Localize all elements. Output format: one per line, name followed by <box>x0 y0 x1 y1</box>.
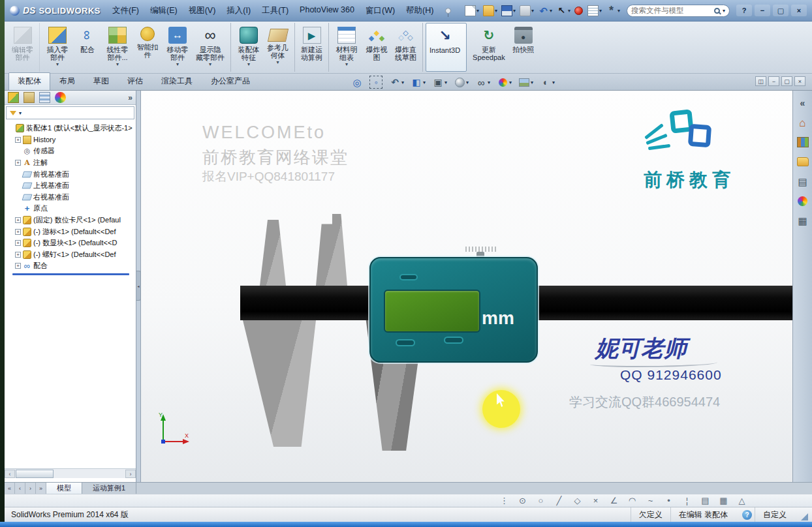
window-button[interactable]: − <box>755 5 770 16</box>
ribbon-button[interactable]: 更新 Speedpak <box>469 23 508 72</box>
sketch-tool-button[interactable]: • <box>664 496 674 505</box>
panel-tab[interactable] <box>23 92 35 103</box>
panel-tab[interactable] <box>55 92 66 103</box>
tree-item[interactable]: + (-) 数显块<1> (Default<<D <box>7 237 136 249</box>
toolbar-button[interactable]: ▾ <box>587 5 602 16</box>
panel-horizontal-scrollbar[interactable]: ‹ › <box>5 468 136 478</box>
tree-expander[interactable] <box>15 194 21 200</box>
document-window-button[interactable]: ▢ <box>781 76 792 86</box>
tree-expander[interactable] <box>15 205 21 211</box>
tree-expander[interactable] <box>15 172 21 177</box>
ribbon-button[interactable]: 编辑零 部件 <box>8 23 40 72</box>
graphics-area[interactable]: WELCOMEto 前桥教育网络课堂 报名VIP+QQ841801177 前桥教… <box>141 91 792 482</box>
view-tool-button[interactable]: ▾ <box>495 75 513 89</box>
task-pane-button[interactable] <box>796 213 810 228</box>
tab-scroll-button[interactable]: » <box>36 483 46 494</box>
ribbon-button[interactable]: 拍快照 <box>508 23 539 72</box>
sketch-tool-button[interactable]: ⊙ <box>518 496 527 505</box>
menu-item[interactable]: 视图(V) <box>183 4 221 18</box>
ribbon-button[interactable]: 智能扣 件 <box>133 23 163 72</box>
ribbon-tab[interactable]: 渲染工具 <box>152 72 202 90</box>
ribbon-button[interactable]: 爆炸视 图 <box>362 23 392 72</box>
tab-scroll-button[interactable]: ‹ <box>15 483 25 494</box>
ribbon-button[interactable]: 插入零 部件 ▾ <box>42 23 72 72</box>
tab-scroll-button[interactable]: › <box>25 483 36 494</box>
toolbar-button[interactable]: ▾ <box>483 5 497 16</box>
view-tool-button[interactable]: ▾ <box>452 75 470 89</box>
ribbon-tab[interactable]: 办公室产品 <box>202 72 259 90</box>
tree-item[interactable]: + (-) 游标<1> (Default<<Def <box>7 226 136 237</box>
view-tool-button[interactable]: ▾ <box>430 75 448 89</box>
tree-item[interactable]: + (-) 螺钉<1> (Default<<Def <box>7 249 136 261</box>
sketch-tool-button[interactable]: ◠ <box>627 496 637 505</box>
panel-tab[interactable] <box>39 92 50 103</box>
tree-expander[interactable]: + <box>15 263 21 269</box>
tree-expander[interactable]: + <box>15 160 21 166</box>
view-tool-button[interactable]: ▾ <box>409 75 427 89</box>
document-tab[interactable]: 运动算例1 <box>82 483 136 494</box>
tree-expander[interactable]: + <box>15 217 21 223</box>
sketch-tool-button[interactable]: ▦ <box>719 496 728 505</box>
tree-filter[interactable]: ▾ <box>6 106 134 119</box>
document-window-button[interactable]: − <box>768 76 779 86</box>
toolbar-button[interactable]: ▾ <box>501 5 516 16</box>
tree-item[interactable]: 上视基准面 <box>7 180 136 192</box>
tab-scroll-button[interactable]: « <box>5 483 15 494</box>
sketch-tool-button[interactable]: △ <box>737 496 747 505</box>
menu-item[interactable]: 帮助(H) <box>401 4 439 18</box>
toolbar-button[interactable] <box>574 7 584 15</box>
panel-overflow-button[interactable]: » <box>128 93 133 102</box>
ribbon-tab[interactable]: 草图 <box>84 72 118 90</box>
resize-grip[interactable] <box>801 513 808 520</box>
help-badge-icon[interactable] <box>742 510 752 520</box>
ribbon-tab[interactable]: 评估 <box>118 72 152 90</box>
view-tool-button[interactable]: ▾ <box>387 75 405 89</box>
tree-item[interactable]: 前视基准面 <box>7 168 136 180</box>
caliper-display-unit[interactable]: mm <box>369 257 538 363</box>
ribbon-button[interactable]: 配合 <box>72 23 102 72</box>
panel-tab[interactable] <box>8 92 19 103</box>
scroll-right-icon[interactable]: › <box>125 470 136 478</box>
window-button[interactable]: ▢ <box>773 5 789 16</box>
task-pane-button[interactable] <box>796 115 810 130</box>
view-tool-button[interactable]: ▾ <box>538 75 556 89</box>
task-pane-button[interactable] <box>796 194 810 208</box>
task-pane-button[interactable] <box>796 174 810 188</box>
tree-item[interactable]: 装配体1 (默认<默认_显示状态-1> <box>7 123 136 134</box>
window-button[interactable]: × <box>791 5 807 16</box>
tree-expander[interactable] <box>15 183 21 188</box>
tree-expander[interactable]: + <box>15 137 21 143</box>
menu-item[interactable]: 插入(I) <box>221 4 256 18</box>
caliper-fixed-jaw-upper[interactable] <box>260 220 286 286</box>
sketch-tool-button[interactable]: ¦ <box>682 496 692 505</box>
tree-expander[interactable] <box>15 148 21 154</box>
menu-item[interactable]: PhotoView 360 <box>294 4 360 18</box>
splitter-grip[interactable]: ◂ <box>136 271 141 301</box>
tree-item[interactable]: 原点 <box>7 203 136 215</box>
view-tool-button[interactable]: ▾ <box>516 75 535 89</box>
sketch-tool-button[interactable]: ~ <box>646 496 655 505</box>
search-icon[interactable] <box>714 8 720 14</box>
ribbon-tab[interactable]: 布局 <box>50 72 84 90</box>
tree-item[interactable]: + 配合 <box>7 260 136 272</box>
tree-item[interactable]: + History <box>7 134 136 146</box>
panel-splitter[interactable]: ◂ <box>136 91 141 482</box>
caliper-moving-jaw-upper[interactable] <box>316 214 347 286</box>
ribbon-button[interactable]: 爆炸直 线草图 <box>392 23 423 72</box>
task-pane-button[interactable] <box>796 135 810 149</box>
caliper-fixed-jaw-lower[interactable] <box>243 320 316 447</box>
ribbon-button[interactable]: 移动零 部件 ▾ <box>163 23 193 72</box>
ribbon-tab[interactable]: 装配体 <box>8 72 50 90</box>
view-tool-button[interactable] <box>349 75 365 89</box>
scroll-left-icon[interactable]: ‹ <box>5 470 15 478</box>
tree-expander[interactable]: + <box>15 252 21 258</box>
search-caret-icon[interactable]: ▾ <box>723 8 725 14</box>
ribbon-button[interactable]: 新建运 动算例 <box>298 23 329 72</box>
window-button[interactable]: ? <box>736 5 752 16</box>
sketch-tool-button[interactable]: × <box>591 496 601 505</box>
tree-item[interactable]: 右视基准面 <box>7 192 136 203</box>
sketch-tool-button[interactable]: ○ <box>536 496 546 505</box>
menu-item[interactable]: 文件(F) <box>107 4 144 18</box>
task-pane-button[interactable] <box>796 155 810 169</box>
scrollbar-thumb[interactable] <box>16 470 54 478</box>
